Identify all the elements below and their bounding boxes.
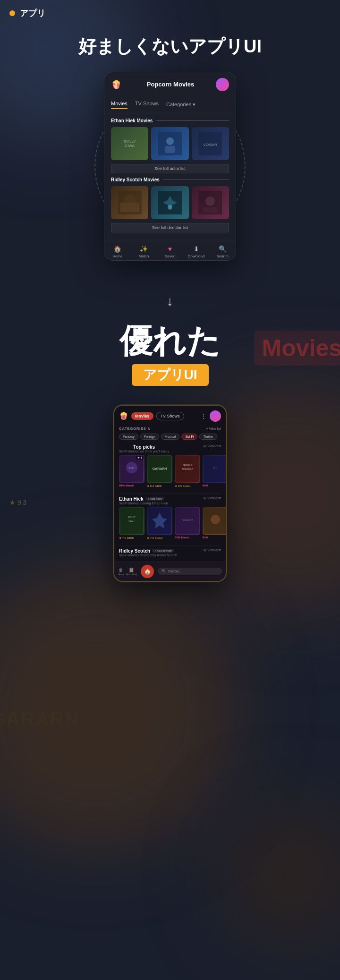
bad-nav-search[interactable]: 🔍 Search bbox=[209, 245, 236, 258]
bad-movie-card: EVILLYCIWA bbox=[111, 127, 148, 160]
top-dot bbox=[9, 10, 15, 16]
bad-tab-categories[interactable]: Categories ▾ bbox=[166, 101, 196, 109]
good-menu-dots[interactable]: ⋮ bbox=[200, 412, 207, 420]
good-ethan-section: Ethan Hiek + Add actor Sci-Fi movies sta… bbox=[114, 494, 226, 545]
bad-movie-row-1: EVILLYCIWA bbox=[111, 127, 229, 160]
good-tab-movies[interactable]: Movies bbox=[131, 412, 153, 420]
good-movie-card[interactable]: BOT 👁 ⬇ 98% Match bbox=[119, 455, 144, 487]
good-cat-fantasy[interactable]: Fantasy bbox=[119, 434, 138, 440]
svg-rect-2 bbox=[165, 146, 175, 153]
good-view-list[interactable]: ≡ View list bbox=[206, 427, 221, 430]
svg-point-7 bbox=[124, 195, 136, 206]
svg-text:GARARN: GARARN bbox=[153, 467, 167, 470]
bad-phone-content: Ethan Hiek Movies EVILLYCIWA bbox=[104, 113, 236, 241]
good-search-bar[interactable]: 🔍 Denzel... bbox=[158, 568, 222, 575]
good-movie-card[interactable]: EVILLY CIW✓ ★ 7.2 IMDb bbox=[119, 507, 144, 539]
good-cat-musical[interactable]: Musical bbox=[161, 434, 180, 440]
bad-ui-section: 好ましくないアプリUI 🍿 Popcorn Movies Movies TV S… bbox=[0, 26, 340, 280]
good-popcorn-icon: 🍿 bbox=[119, 411, 128, 420]
svg-text:VOMVR: VOMVR bbox=[182, 519, 193, 521]
good-ridley-section: Ridley Scotch + Add director Sci-Fi movi… bbox=[114, 545, 226, 562]
bad-movie-card bbox=[111, 186, 148, 219]
svg-point-9 bbox=[168, 205, 172, 210]
good-nav-watchlist[interactable]: 📋 Watchlist bbox=[126, 567, 137, 576]
bad-phone-header: 🍿 Popcorn Movies bbox=[104, 72, 236, 97]
bad-phone-avatar bbox=[216, 78, 229, 91]
bg-stars: ★ 9.3 bbox=[9, 499, 26, 506]
good-movie-card[interactable]: GARARN ★ 9.3 IMDb bbox=[147, 455, 172, 487]
good-add-director-btn[interactable]: + Add director bbox=[152, 549, 174, 553]
good-cat-foreign[interactable]: Foreign bbox=[140, 434, 159, 440]
good-ethan-sub: Sci-Fi movies starring Ethan Hiek bbox=[119, 502, 168, 505]
bg-movies-label: Movies bbox=[254, 331, 340, 366]
good-phone-header: 🍿 Movies TV Shows ⋮ bbox=[114, 406, 226, 425]
good-toppicks-viewgrid[interactable]: ⊞ View grid bbox=[204, 444, 221, 448]
good-movie-card[interactable]: ★ 7.0 Social bbox=[147, 507, 172, 539]
good-add-actor-btn[interactable]: + Add actor bbox=[145, 497, 165, 501]
good-ridley-sub: Sci-Fi movies directed by Ridley Scotch bbox=[119, 554, 177, 557]
good-categories: CATEGORIES ∧ ≡ View list Fantasy Foreign… bbox=[114, 425, 226, 442]
good-movie-card[interactable]: 84% bbox=[203, 507, 227, 539]
bad-movie-card: VOMVR bbox=[192, 127, 229, 160]
svg-point-11 bbox=[205, 196, 215, 206]
svg-text:EVILLY: EVILLY bbox=[128, 516, 136, 519]
bad-movie-card bbox=[151, 127, 188, 160]
popcorn-icon: 🍿 bbox=[111, 79, 121, 90]
good-movie-row-ethan: EVILLY CIW✓ ★ 7.2 IMDb bbox=[119, 507, 221, 539]
bad-section-ridley: Ridley Scotch Movies bbox=[111, 177, 229, 182]
good-nav-home[interactable]: 🏠 bbox=[141, 565, 154, 578]
svg-point-30 bbox=[211, 515, 220, 524]
bad-see-director-list[interactable]: See full director list bbox=[111, 223, 229, 232]
arrow-down: ↓ bbox=[0, 280, 340, 323]
svg-rect-12 bbox=[203, 207, 217, 213]
good-top-picks-section: Top picks Sci-Fi movies we think you'll … bbox=[114, 442, 226, 493]
bad-nav-tabs: Movies TV Shows Categories ▾ bbox=[104, 97, 236, 113]
bad-movie-row-2 bbox=[111, 186, 229, 219]
bad-ui-title: 好ましくないアプリUI bbox=[19, 36, 321, 58]
good-search-text: Denzel... bbox=[168, 570, 181, 573]
good-cat-pills: Fantasy Foreign Musical Sci-Fi Thriller bbox=[119, 434, 221, 440]
good-toppicks-title: Top picks bbox=[119, 444, 169, 450]
good-cat-thriller[interactable]: Thriller bbox=[199, 434, 217, 440]
svg-text:S.U: S.U bbox=[213, 467, 218, 469]
bad-movie-card bbox=[151, 186, 188, 219]
bad-nav-match[interactable]: ✨ Match bbox=[131, 245, 157, 258]
good-phone-mockup: 🍿 Movies TV Shows ⋮ CATEGORIES ∧ ≡ View … bbox=[113, 405, 227, 582]
good-toppicks-sub: Sci-Fi movies we think you'll enjoy bbox=[119, 450, 169, 453]
svg-text:FERRAR: FERRAR bbox=[183, 464, 193, 467]
good-cat-scifi[interactable]: Sci-Fi bbox=[181, 434, 197, 440]
good-ethan-viewgrid[interactable]: ⊞ View grid bbox=[204, 496, 221, 500]
bad-nav-download[interactable]: ⬇ Download bbox=[183, 245, 210, 258]
svg-text:PARADEZ: PARADEZ bbox=[182, 468, 193, 470]
good-movie-card[interactable]: VOMVR 95% Match bbox=[175, 507, 200, 539]
bad-movie-card bbox=[192, 186, 229, 219]
good-movie-card[interactable]: S.U 90% bbox=[203, 455, 227, 487]
good-movie-row-toppicks: BOT 👁 ⬇ 98% Match bbox=[119, 455, 221, 487]
bad-nav-saved[interactable]: ♥ Saved bbox=[157, 245, 183, 258]
app-title: アプリ bbox=[20, 8, 45, 19]
svg-text:CIW✓: CIW✓ bbox=[128, 520, 135, 522]
svg-text:VOMVR: VOMVR bbox=[204, 143, 218, 147]
good-movie-card[interactable]: FERRAR PARADEZ ★ 8.5 Social bbox=[175, 455, 200, 487]
good-ridley-viewgrid[interactable]: ⊞ View grid bbox=[204, 548, 221, 552]
good-ui-subtitle: アプリUI bbox=[132, 364, 209, 386]
good-ridley-title: Ridley Scotch bbox=[119, 548, 150, 554]
good-nav-new[interactable]: 🗑 New bbox=[118, 567, 124, 576]
good-tab-tvshows[interactable]: TV Shows bbox=[156, 412, 184, 420]
bad-phone-title: Popcorn Movies bbox=[125, 81, 216, 88]
bad-see-actor-list[interactable]: See full actor list bbox=[111, 164, 229, 173]
svg-point-1 bbox=[166, 137, 174, 145]
good-ethan-title: Ethan Hiek bbox=[119, 496, 144, 502]
bad-bottom-nav: 🏠 Home ✨ Match ♥ Saved ⬇ Download bbox=[104, 241, 236, 260]
bad-tab-tvshows[interactable]: TV Shows bbox=[135, 101, 159, 109]
bg-gararn-label: GARARN bbox=[0, 708, 79, 730]
good-bottom-nav: 🗑 New 📋 Watchlist 🏠 🔍 Denzel... bbox=[114, 562, 226, 581]
good-avatar bbox=[210, 410, 221, 422]
bad-nav-home[interactable]: 🏠 Home bbox=[104, 245, 131, 258]
bad-tab-movies[interactable]: Movies bbox=[111, 101, 128, 109]
svg-text:BOT: BOT bbox=[129, 467, 135, 469]
good-categories-label: CATEGORIES ∧ bbox=[119, 426, 151, 431]
bad-mockup-wrapper: 🍿 Popcorn Movies Movies TV Shows Categor… bbox=[90, 72, 250, 261]
bad-section-ethan: Ethan Hiek Movies bbox=[111, 118, 229, 123]
top-bar: アプリ bbox=[0, 0, 340, 26]
